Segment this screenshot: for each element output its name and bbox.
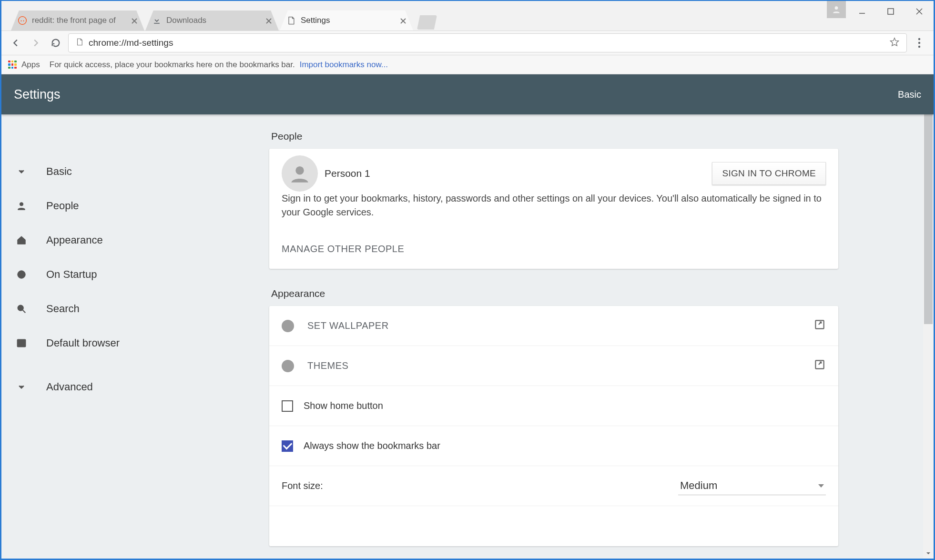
close-tab-icon[interactable] [265,17,272,24]
settings-body: Basic People Appearance On Startup Searc… [1,114,934,559]
tab-label: Settings [301,16,396,25]
search-icon [15,302,28,316]
maximize-button[interactable] [876,2,905,21]
reload-button[interactable] [48,35,63,51]
browser-toolbar: chrome://md-settings [1,31,934,55]
settings-page: Settings Basic Basic People Appearance [1,74,934,559]
always-show-bookmarks-row[interactable]: Always show the bookmarks bar [269,426,838,466]
sidebar-item-label: People [46,200,79,212]
page-title: Settings [14,87,61,102]
bookmark-star-icon[interactable] [889,37,900,50]
svg-point-5 [19,17,27,25]
download-icon [152,16,162,25]
checkbox-unchecked[interactable] [282,400,293,412]
sidebar-item-people[interactable]: People [1,189,185,223]
svg-point-6 [21,20,22,21]
svg-point-18 [20,203,23,206]
scroll-down-icon[interactable] [923,548,934,559]
font-size-label: Font size: [282,480,323,491]
sidebar-item-label: Basic [46,165,72,178]
themes-label: THEMES [307,360,348,371]
set-wallpaper-label: SET WALLPAPER [307,320,389,331]
svg-line-21 [23,310,26,313]
font-size-select[interactable]: Medium [678,477,826,495]
chevron-down-icon [15,380,28,394]
tab-reddit[interactable]: reddit: the front page of [11,10,144,31]
close-tab-icon[interactable] [400,17,407,24]
font-size-row: Font size: Medium [269,466,838,506]
settings-content: People Persoon 1 SIGN IN TO CHROME Sign … [185,114,934,559]
manage-people-label: MANAGE OTHER PEOPLE [282,244,404,255]
avatar [282,155,318,192]
close-tab-icon[interactable] [131,17,138,24]
browser-window: reddit: the front page of Downloads Sett… [0,0,935,560]
sidebar-item-basic[interactable]: Basic [1,154,185,189]
svg-point-0 [835,6,838,10]
sidebar-item-label: Appearance [46,234,103,246]
sign-in-button[interactable]: SIGN IN TO CHROME [712,162,826,185]
appearance-card: SET WALLPAPER THEMES Show home button [269,306,838,546]
new-tab-button[interactable] [417,15,437,30]
svg-point-7 [23,20,24,21]
minimize-button[interactable] [848,2,876,21]
settings-header: Settings Basic [1,74,934,114]
svg-point-17 [918,46,920,48]
always-show-bookmarks-label: Always show the bookmarks bar [304,440,440,451]
close-window-button[interactable] [905,2,934,21]
person-icon [15,199,28,213]
sidebar-item-default-browser[interactable]: Default browser [1,326,185,360]
header-section-label: Basic [898,89,921,100]
svg-point-23 [295,166,304,175]
page-icon [286,16,296,25]
font-size-value: Medium [680,479,717,492]
show-home-button-row[interactable]: Show home button [269,386,838,426]
sign-in-description: Sign in to get your bookmarks, history, … [269,192,838,229]
reddit-icon [18,16,27,25]
themes-row[interactable]: THEMES [269,346,838,386]
browser-icon [15,336,28,350]
page-icon [75,38,84,49]
chevron-down-icon [15,165,28,178]
manage-people-row[interactable]: MANAGE OTHER PEOPLE [269,229,838,269]
sidebar-item-label: Advanced [46,381,93,393]
sidebar-item-search[interactable]: Search [1,292,185,326]
svg-point-20 [18,305,23,311]
forward-button[interactable] [28,35,43,51]
svg-rect-2 [888,9,894,14]
home-icon [15,234,28,247]
set-wallpaper-row[interactable]: SET WALLPAPER [269,306,838,346]
import-bookmarks-link[interactable]: Import bookmarks now... [300,60,388,70]
sidebar-item-appearance[interactable]: Appearance [1,223,185,257]
external-link-icon [813,358,826,373]
checkbox-checked[interactable] [282,440,293,452]
window-controls [848,2,934,21]
scrollbar-thumb[interactable] [924,114,933,324]
back-button[interactable] [8,35,23,51]
vertical-scrollbar[interactable] [923,114,934,559]
circle-icon [15,268,28,281]
settings-sidebar: Basic People Appearance On Startup Searc… [1,114,185,559]
svg-point-19 [18,271,26,279]
themes-icon [282,360,294,372]
apps-label[interactable]: Apps [21,60,40,70]
customize-fonts-row[interactable] [269,506,838,546]
section-title-people: People [271,131,838,142]
show-home-button-label: Show home button [304,400,383,411]
svg-point-16 [918,42,920,44]
tab-settings[interactable]: Settings [280,10,413,31]
tab-label: Downloads [166,16,262,25]
apps-icon[interactable] [8,61,17,69]
profile-name: Persoon 1 [325,168,370,179]
svg-rect-10 [154,23,160,24]
sidebar-item-advanced[interactable]: Advanced [1,370,185,404]
section-title-appearance: Appearance [271,288,838,299]
tab-downloads[interactable]: Downloads [145,10,279,31]
titlebar: reddit: the front page of Downloads Sett… [1,1,934,31]
sidebar-item-on-startup[interactable]: On Startup [1,257,185,292]
sidebar-item-label: On Startup [46,268,97,281]
url-text: chrome://md-settings [89,38,889,48]
address-bar[interactable]: chrome://md-settings [68,33,907,52]
browser-menu-button[interactable] [912,38,927,48]
profile-button[interactable] [827,1,846,18]
sidebar-item-label: Search [46,303,80,315]
